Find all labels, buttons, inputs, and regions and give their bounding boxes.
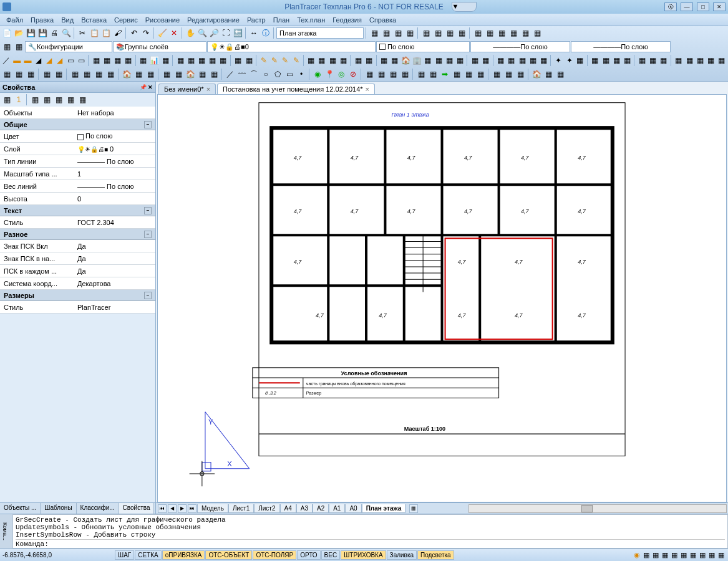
tool2-22[interactable]: ▦ [415, 69, 427, 80]
tool-47[interactable]: ▦ [575, 55, 585, 66]
info-icon[interactable]: ⓘ [260, 27, 271, 39]
format-painter-icon[interactable]: 🖌 [112, 27, 124, 39]
tool-54[interactable]: ▦ [659, 55, 669, 66]
status-step[interactable]: ШАГ [115, 550, 134, 560]
tool-21[interactable]: ✎ [269, 55, 279, 66]
ribbon-collapse-tab[interactable]: ▼ [452, 2, 477, 12]
draw-rect-icon[interactable]: ▭ [284, 69, 295, 80]
tool-48[interactable]: ▦ [590, 55, 600, 66]
status-icon-9[interactable]: ▦ [707, 551, 716, 560]
tool-2[interactable]: ◢ [44, 55, 54, 66]
status-icon-4[interactable]: ▦ [661, 551, 669, 560]
cut-icon[interactable]: ✂ [77, 27, 88, 39]
preview-icon[interactable]: 🔍 [61, 27, 72, 39]
status-grid[interactable]: СЕТКА [135, 550, 162, 560]
section-general[interactable]: Общие [4, 121, 27, 128]
draw-arc-icon[interactable]: ⌒ [248, 69, 260, 80]
tb-icon-f[interactable]: ▦ [432, 27, 444, 39]
menu-service[interactable]: Сервис [110, 15, 142, 25]
saveall-icon[interactable]: 💾 [37, 27, 48, 39]
objects-value[interactable]: Нет набора [75, 109, 155, 117]
tool2-11[interactable]: ▦ [133, 69, 144, 80]
tool-40[interactable]: ▦ [496, 55, 506, 66]
panel-pin-icon[interactable]: 📌 [140, 84, 147, 90]
tool-42[interactable]: ▦ [517, 55, 527, 66]
tool2-24[interactable]: ➡ [439, 69, 450, 80]
command-tab[interactable]: Кома... [0, 514, 10, 549]
tool-16[interactable]: ▦ [208, 55, 218, 66]
tool2-19[interactable]: ▦ [376, 69, 387, 80]
tool2-25[interactable]: ▦ [451, 69, 462, 80]
tool2-10[interactable]: 🏠 [121, 69, 132, 80]
delete-icon[interactable]: ✕ [168, 27, 180, 39]
marker-target-icon[interactable]: ◎ [336, 69, 347, 80]
vtab-model[interactable]: Модель [197, 504, 228, 513]
menu-help[interactable]: Справка [366, 15, 400, 25]
tool2-9[interactable]: ▦ [105, 69, 116, 80]
config-icon-2[interactable]: ▦ [13, 41, 24, 52]
status-lwt[interactable]: ВЕС [321, 550, 341, 560]
draw-pline-icon[interactable]: 〰 [236, 69, 248, 80]
status-osnap[interactable]: оПРИВЯЗКА [162, 550, 205, 560]
tool2-26[interactable]: ▦ [463, 69, 474, 80]
tool2-28[interactable]: ▦ [491, 69, 502, 80]
tool2-31[interactable]: 🏠 [531, 69, 542, 80]
measure-icon[interactable]: ↔ [248, 27, 260, 39]
status-icon-2[interactable]: ▦ [642, 551, 651, 560]
tool-51[interactable]: ▦ [622, 55, 632, 66]
tool-22[interactable]: ✎ [280, 55, 290, 66]
status-ortho[interactable]: ОРТО [297, 550, 320, 560]
new-icon[interactable]: 📄 [1, 27, 12, 39]
prop-tb-2[interactable]: 1 [13, 94, 24, 105]
tool2-8[interactable]: ▦ [93, 69, 104, 80]
h-scrollbar[interactable] [468, 504, 727, 513]
undo-icon[interactable]: ↶ [129, 27, 140, 39]
tb-icon-e[interactable]: ▦ [420, 27, 432, 39]
doc-tab-0[interactable]: Без имени0*× [158, 84, 216, 94]
copy-icon[interactable]: 📋 [89, 27, 100, 39]
tool2-18[interactable]: ▦ [364, 69, 375, 80]
btab-props[interactable]: Свойства [119, 503, 155, 514]
tb-icon-g[interactable]: ▦ [444, 27, 455, 39]
draw-poly-icon[interactable]: ⬠ [272, 69, 283, 80]
tool-11[interactable]: 📊 [149, 55, 160, 66]
linetype-combo[interactable]: ———— По слою [470, 41, 570, 52]
tool-41[interactable]: ▦ [507, 55, 517, 66]
close-button[interactable]: ✕ [713, 2, 726, 11]
tool2-6[interactable]: ▦ [69, 69, 80, 80]
tool-39[interactable]: ▦ [481, 55, 491, 66]
tool-52[interactable]: ▦ [637, 55, 647, 66]
menu-plan[interactable]: План [269, 15, 294, 25]
tool-31[interactable]: ▦ [390, 55, 400, 66]
prop-tb-6[interactable]: ▦ [65, 94, 76, 105]
tool2-32[interactable]: ▦ [543, 69, 554, 80]
prop-tb-3[interactable]: ▦ [29, 94, 41, 105]
menu-file[interactable]: Файл [2, 15, 27, 25]
tool-6[interactable]: ▦ [91, 55, 101, 66]
collapse-icon[interactable]: − [144, 121, 152, 128]
vtab-plan[interactable]: План этажа [362, 504, 406, 513]
tool-8[interactable]: ▦ [113, 55, 123, 66]
close-icon[interactable]: × [366, 85, 369, 93]
layout-icon[interactable]: ▦ [409, 504, 418, 513]
tool2-27[interactable]: ▦ [475, 69, 486, 80]
menu-geodesy[interactable]: Геодезия [329, 15, 366, 25]
layer-combo[interactable]: 💡☀🔒🖨■ 0 [207, 41, 376, 52]
draw-point-icon[interactable]: • [296, 69, 307, 80]
menu-techplan[interactable]: Тех.план [293, 15, 329, 25]
vtab-last[interactable]: ⏭ [188, 504, 197, 513]
tool2-30[interactable]: ▦ [515, 69, 526, 80]
prop-tb-7[interactable]: ▦ [77, 94, 88, 105]
tb-icon-l[interactable]: ▦ [508, 27, 519, 39]
tb-icon-k[interactable]: ▦ [496, 27, 507, 39]
minimize-button[interactable]: — [681, 2, 693, 11]
marker-green-icon[interactable]: ◉ [312, 69, 323, 80]
status-icon-6[interactable]: ▦ [679, 551, 688, 560]
tool2-29[interactable]: ▦ [503, 69, 514, 80]
menu-edit[interactable]: Правка [27, 15, 57, 25]
menu-raster[interactable]: Растр [243, 15, 269, 25]
tool-57[interactable]: ▦ [695, 55, 705, 66]
vtab-list1[interactable]: Лист1 [228, 504, 254, 513]
pan-icon[interactable]: ✋ [185, 27, 196, 39]
tool-55[interactable]: ▦ [674, 55, 684, 66]
